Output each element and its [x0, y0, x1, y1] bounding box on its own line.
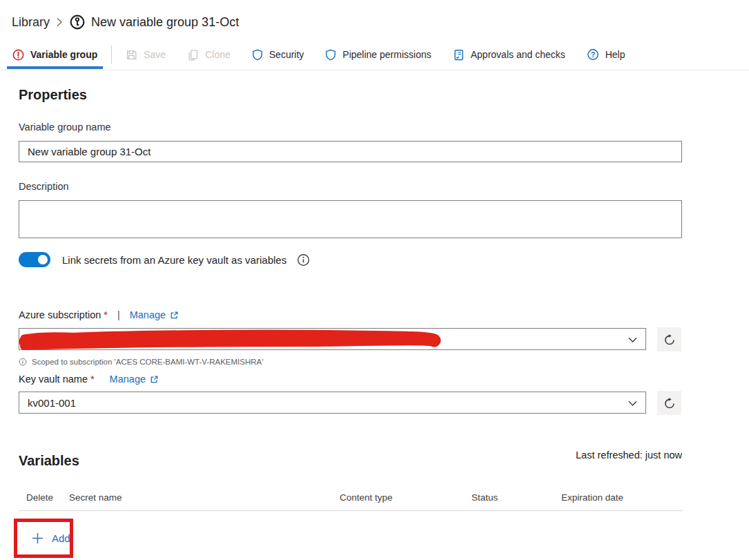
azure-subscription-label: Azure subscription [19, 309, 101, 320]
page-title: New variable group 31-Oct [91, 15, 239, 30]
plus-icon [31, 532, 44, 545]
breadcrumb-library-link[interactable]: Library [12, 15, 50, 30]
save-icon [126, 49, 137, 61]
link-secrets-row: Link secrets from an Azure key vault as … [19, 252, 310, 267]
key-vault-value: kv001-001 [28, 397, 76, 409]
last-refreshed-text: Last refreshed: just now [19, 450, 682, 461]
external-link-icon [170, 311, 179, 320]
external-link-icon [150, 375, 159, 384]
breadcrumb: Library New variable group 31-Oct [12, 12, 239, 32]
save-label: Save [144, 49, 166, 60]
variable-group-name-input[interactable] [19, 141, 682, 162]
toolbar-divider [111, 46, 112, 64]
scoped-note-text: Scoped to subscription 'ACES CORE-BAMI-W… [32, 358, 263, 366]
azure-subscription-dropdown[interactable] [19, 328, 646, 350]
properties-heading: Properties [19, 87, 87, 103]
clone-label: Clone [205, 49, 231, 60]
security-label: Security [269, 49, 304, 60]
info-icon [19, 358, 27, 366]
link-secrets-label: Link secrets from an Azure key vault as … [62, 254, 286, 266]
chevron-down-icon [628, 337, 637, 343]
checklist-icon [453, 49, 465, 61]
manage-key-vault-link[interactable]: Manage [110, 374, 159, 385]
scoped-subscription-note: Scoped to subscription 'ACES CORE-BAMI-W… [19, 358, 263, 366]
approvals-and-checks-button[interactable]: Approvals and checks [453, 49, 565, 61]
shield-icon [325, 49, 336, 61]
table-header-rule [19, 510, 682, 511]
column-header-status: Status [471, 492, 561, 503]
variables-table-header: Delete Secret name Content type Status E… [19, 492, 682, 503]
description-label: Description [19, 181, 69, 192]
tab-variable-group[interactable]: Variable group [7, 41, 103, 68]
pipeline-permissions-button[interactable]: Pipeline permissions [325, 49, 431, 61]
help-icon: ? [587, 48, 599, 61]
command-bar: Variable group Save Clone [7, 41, 647, 68]
link-secrets-toggle[interactable] [19, 252, 50, 267]
active-tab-underline [7, 66, 103, 69]
help-button[interactable]: ? Help [587, 48, 625, 61]
manage-subscription-link[interactable]: Manage [130, 309, 179, 320]
toggle-knob [38, 255, 48, 264]
pipeline-permissions-label: Pipeline permissions [342, 49, 431, 60]
add-variable-button[interactable]: Add [31, 532, 70, 545]
chevron-down-icon [628, 400, 637, 407]
refresh-icon [663, 334, 676, 346]
refresh-icon [663, 397, 676, 409]
security-button[interactable]: Security [252, 49, 304, 61]
error-icon [12, 49, 24, 61]
clone-button[interactable]: Clone [187, 49, 231, 61]
key-vault-label-row: Key vault name * Manage [19, 374, 159, 385]
refresh-key-vault-button[interactable] [657, 391, 681, 415]
required-asterisk: * [104, 309, 108, 320]
save-button[interactable]: Save [126, 49, 166, 61]
tab-label: Variable group [30, 49, 97, 60]
breadcrumb-chevron-icon [56, 17, 64, 27]
variable-group-page: Library New variable group 31-Oct [0, 0, 749, 560]
description-input[interactable] [19, 200, 682, 238]
approvals-and-checks-label: Approvals and checks [471, 49, 565, 60]
column-header-content-type: Content type [340, 492, 471, 503]
azure-subscription-label-row: Azure subscription * | Manage [19, 309, 179, 320]
add-button-label: Add [52, 532, 70, 544]
column-header-expiration-date: Expiration date [561, 492, 682, 503]
manage-subscription-label: Manage [130, 309, 166, 320]
variable-group-name-label: Variable group name [19, 122, 111, 133]
variable-group-icon [70, 15, 85, 30]
help-label: Help [605, 49, 625, 60]
label-separator: | [117, 309, 120, 320]
required-asterisk: * [90, 374, 95, 385]
clone-icon [187, 49, 199, 61]
key-vault-label: Key vault name [19, 374, 88, 385]
key-vault-dropdown[interactable]: kv001-001 [19, 392, 646, 414]
refresh-subscription-button[interactable] [657, 327, 681, 351]
shield-icon [252, 49, 263, 61]
toolbar-bottom-rule [0, 70, 749, 70]
svg-text:?: ? [591, 51, 595, 59]
manage-key-vault-label: Manage [110, 374, 146, 385]
info-icon[interactable] [297, 253, 310, 267]
column-header-secret-name: Secret name [69, 492, 340, 503]
column-header-delete: Delete [19, 492, 69, 503]
